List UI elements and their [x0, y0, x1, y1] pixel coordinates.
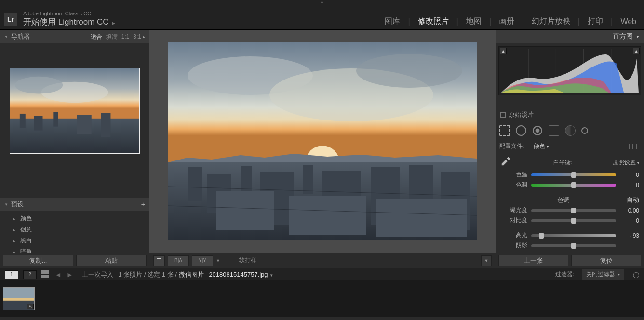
zoom-fill[interactable]: 填满: [106, 33, 118, 41]
histogram-panel-header[interactable]: 直方图▼: [496, 30, 644, 43]
filter-label: 过滤器:: [555, 270, 574, 279]
raw-checkbox[interactable]: [500, 112, 506, 118]
toolbar-dropdown[interactable]: ▼: [481, 255, 492, 266]
profile-grid-icon[interactable]: [632, 144, 640, 149]
monitor-1-button[interactable]: 1: [5, 270, 18, 279]
previous-button[interactable]: 上一张: [498, 255, 568, 266]
preset-group[interactable]: ▶颜色: [0, 213, 149, 224]
svg-rect-24: [216, 191, 274, 230]
svg-rect-6: [53, 112, 58, 127]
main-image[interactable]: [168, 42, 477, 240]
svg-rect-5: [34, 116, 43, 131]
graduated-filter-tool[interactable]: [549, 125, 559, 136]
filter-dropdown[interactable]: 关闭过滤器▾: [582, 269, 624, 280]
spot-removal-tool[interactable]: [516, 125, 526, 136]
slider-temp[interactable]: 色温 0: [496, 170, 644, 180]
grid-view-icon[interactable]: [41, 270, 50, 279]
slider-highlights[interactable]: 高光 - 93: [496, 230, 644, 240]
presets-title: 预设: [11, 200, 24, 209]
reset-button[interactable]: 复位: [571, 255, 641, 266]
svg-rect-4: [20, 114, 26, 128]
nav-web[interactable]: Web: [617, 17, 640, 26]
nav-prev-icon[interactable]: ◄: [55, 271, 62, 279]
softproof-label: 软打样: [239, 256, 256, 265]
svg-rect-3: [10, 119, 139, 153]
chevron-down-icon[interactable]: ▼: [216, 258, 220, 263]
navigator-panel-header[interactable]: ▼ 导航器 适合 填满 1:1 3:1 ▸: [0, 30, 149, 43]
chevron-down-icon: ▼: [4, 202, 8, 207]
develop-badge-icon: ✎: [27, 304, 34, 309]
paste-button[interactable]: 粘贴: [76, 255, 147, 266]
navigator-title: 导航器: [11, 32, 30, 41]
slider-tint[interactable]: 色调 0: [496, 180, 644, 190]
histogram[interactable]: ▲ ▲: [498, 46, 641, 95]
auto-tone-button[interactable]: 自动: [627, 196, 639, 204]
slider-contrast[interactable]: 对比度 0: [496, 215, 644, 226]
shadow-clipping-icon[interactable]: ▲: [500, 48, 507, 54]
tone-section-title: 色调: [557, 196, 570, 204]
highlight-clipping-icon[interactable]: ▲: [633, 48, 640, 54]
white-balance-eyedropper[interactable]: [500, 156, 513, 169]
nav-next-icon[interactable]: ►: [67, 271, 73, 279]
monitor-2-button[interactable]: 2: [23, 270, 37, 279]
nav-book[interactable]: 画册: [495, 16, 518, 27]
svg-point-2: [15, 77, 63, 94]
svg-rect-7: [77, 115, 92, 134]
module-nav: 图库| 修改照片| 地图| 画册| 幻灯片放映| 打印| Web: [381, 16, 640, 27]
raw-label: 原始照片: [509, 110, 534, 119]
filmstrip-thumbnail[interactable]: ✎: [3, 287, 35, 310]
chevron-icon: ▸: [143, 35, 145, 39]
before-after-split-button[interactable]: Y|Y: [192, 255, 213, 266]
chevron-down-icon: ▼: [4, 35, 8, 39]
profile-grid-icon[interactable]: [622, 144, 630, 149]
wb-label: 白平衡:: [553, 159, 572, 167]
nav-slideshow[interactable]: 幻灯片放映: [528, 16, 574, 27]
radial-filter-tool[interactable]: [565, 125, 576, 136]
profile-label: 配置文件:: [499, 143, 524, 149]
crop-tool[interactable]: [499, 125, 510, 136]
app-title[interactable]: 开始使用 Lightroom CC▶: [23, 16, 115, 27]
nav-map[interactable]: 地图: [462, 16, 485, 27]
app-subtitle: Adobe Lightroom Classic CC: [23, 11, 115, 16]
preset-group[interactable]: ▶黑白: [0, 235, 149, 246]
nav-develop[interactable]: 修改照片: [414, 16, 453, 27]
loupe-view-button[interactable]: [153, 255, 165, 266]
svg-rect-15: [188, 167, 202, 201]
chevron-right-icon: ▶: [112, 21, 115, 26]
svg-rect-8: [101, 113, 111, 137]
adjustment-brush-tool[interactable]: [581, 127, 588, 134]
svg-rect-25: [289, 196, 366, 235]
zoom-3-1[interactable]: 3:1: [133, 33, 141, 40]
breadcrumb[interactable]: 上一次导入 1 张照片 / 选定 1 张 / 微信图片 _20180815145…: [82, 270, 273, 279]
navigator-thumbnail[interactable]: [10, 68, 140, 154]
slider-exposure[interactable]: 曝光度 0.00: [496, 205, 644, 215]
preset-group[interactable]: ▶暗角: [0, 246, 149, 253]
slider-shadows[interactable]: 阴影: [496, 240, 644, 251]
nav-library[interactable]: 图库: [381, 16, 404, 27]
chevron-up-icon: ▲: [320, 0, 324, 4]
zoom-1-1[interactable]: 1:1: [121, 33, 130, 40]
filter-lock-icon[interactable]: ◯: [633, 271, 639, 278]
app-logo: Lr: [4, 13, 17, 26]
svg-rect-26: [376, 199, 467, 237]
copy-button[interactable]: 复制...: [3, 255, 73, 266]
zoom-fit[interactable]: 适合: [91, 33, 102, 41]
nav-print[interactable]: 打印: [584, 16, 607, 27]
presets-panel-header[interactable]: ▼ 预设 +: [0, 198, 149, 211]
redeye-tool[interactable]: [532, 125, 543, 136]
softproof-checkbox[interactable]: [231, 258, 236, 263]
profile-value[interactable]: 颜色 ▾: [534, 143, 549, 149]
before-after-lr-button[interactable]: B|A: [168, 255, 189, 266]
wb-value[interactable]: 原照设置 ▾: [613, 159, 639, 167]
preset-group[interactable]: ▶创意: [0, 224, 149, 235]
svg-point-34: [536, 129, 540, 133]
chevron-down-icon: ▼: [636, 35, 640, 39]
svg-rect-19: [303, 165, 313, 194]
add-preset-button[interactable]: +: [141, 200, 145, 208]
svg-point-12: [356, 54, 462, 88]
